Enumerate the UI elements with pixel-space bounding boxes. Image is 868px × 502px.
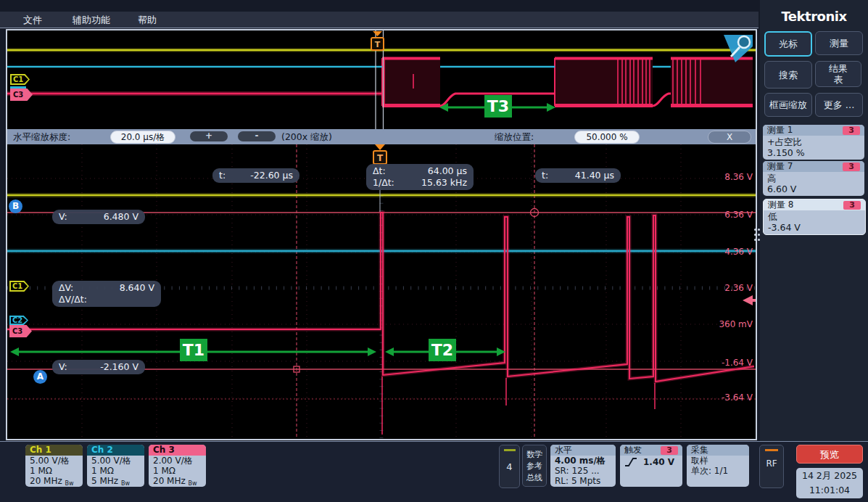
- more-button[interactable]: 更多 ...: [815, 93, 863, 117]
- zoom-position-value[interactable]: 50.000 %: [574, 131, 640, 144]
- cursor-delta-readout[interactable]: Δt: 64.00 µs 1/Δt: 15.63 kHz: [366, 164, 474, 190]
- zoom-in-button[interactable]: +: [190, 131, 228, 141]
- menu-bar: 文件 辅助功能 帮助: [0, 12, 759, 28]
- trigger-level: 1.40 V: [643, 457, 674, 467]
- overview-waveforms: T: [7, 30, 756, 129]
- cursor-b-time-readout[interactable]: t: 41.40 µs: [535, 168, 621, 183]
- measurement-value: 6.60 V: [767, 184, 860, 194]
- scale-label-4: 360 mV: [702, 319, 753, 329]
- preview-button[interactable]: 预览: [796, 445, 863, 464]
- scale-label-3: 2.36 V: [702, 283, 753, 293]
- cursors-button[interactable]: 光标: [764, 31, 812, 57]
- horizontal-scale: 4.00 ms/格: [555, 456, 611, 466]
- ch2-scale: 5.00 V/格: [91, 456, 140, 466]
- ch3-badge-card[interactable]: Ch 3 2.00 V/格 1 MΩ 20 MHz Bw: [149, 445, 206, 487]
- ch1-impedance: 1 MΩ: [30, 466, 78, 476]
- results-table-button[interactable]: 结果 表: [815, 61, 861, 87]
- waveform-display[interactable]: T C1 C3 T3 水平缩放标度: 20.0: [6, 29, 757, 440]
- measurement-value: 3.150 %: [767, 147, 860, 158]
- measurement-name: +占空比: [767, 136, 860, 147]
- panel-drag-handle[interactable]: [754, 229, 760, 247]
- menu-utility[interactable]: 辅助功能: [73, 14, 110, 27]
- menu-help[interactable]: 帮助: [138, 14, 157, 27]
- ch3-bandwidth: 20 MHz Bw: [153, 476, 202, 487]
- zoom-factor-label: (200x 缩放): [281, 131, 332, 144]
- zoom-scale-bar: 水平缩放标度: 20.0 µs/格 + - (200x 缩放) 缩放位置: 50…: [7, 129, 756, 144]
- trigger-level-arrow[interactable]: [743, 295, 756, 305]
- zoom-scale-label: 水平缩放标度:: [13, 131, 70, 144]
- scale-label-5: -1.64 V: [702, 358, 753, 368]
- rf-label: RF: [760, 458, 783, 469]
- oscilloscope-screen: 文件 辅助功能 帮助: [0, 0, 868, 502]
- measure-button[interactable]: 测量: [815, 31, 863, 55]
- time-label: 11:01:04: [796, 483, 863, 498]
- source-badge: 3: [843, 201, 861, 210]
- measurement-card-8[interactable]: 测量 8 3 低 -3.64 V: [763, 199, 866, 235]
- ch1-scale: 5.00 V/格: [30, 456, 78, 466]
- menu-file[interactable]: 文件: [23, 14, 42, 27]
- channel-color-tick: [504, 449, 516, 451]
- t3-marker-label: T3: [484, 95, 512, 118]
- ch3-scale: 2.00 V/格: [153, 456, 202, 466]
- zoom-close-button[interactable]: X: [708, 131, 751, 144]
- scale-label-1: 6.36 V: [702, 210, 753, 220]
- ch2-impedance: 1 MΩ: [91, 466, 140, 476]
- bottom-bar: Ch 1 5.00 V/格 1 MΩ 20 MHz Bw Ch 2 5.00 V…: [0, 441, 868, 502]
- acquisition-runs: 单次: 1/1: [691, 466, 745, 476]
- trigger-source-badge: 3: [661, 446, 678, 455]
- add-channel-label: 4: [500, 461, 519, 472]
- zoom-scale-value[interactable]: 20.0 µs/格: [110, 131, 175, 144]
- ch2-bandwidth: 5 MHz Bw: [91, 476, 140, 487]
- cursor-a-badge[interactable]: A: [33, 370, 47, 384]
- overview-ch2-collapsed-badge[interactable]: [10, 86, 26, 89]
- date-label: 14 2月 2025: [796, 469, 863, 483]
- add-channel-button[interactable]: 4: [499, 445, 520, 488]
- t2-marker-label: T2: [429, 339, 456, 361]
- measurement-name: 低: [768, 211, 861, 222]
- tektronix-logo: Tektronix: [760, 9, 868, 24]
- zoom-out-button[interactable]: -: [238, 131, 276, 141]
- zoom-position-label: 缩放位置:: [495, 131, 534, 144]
- scale-label-2: 4.36 V: [702, 247, 753, 257]
- ch2-badge-card[interactable]: Ch 2 5.00 V/格 1 MΩ 5 MHz Bw: [87, 445, 144, 487]
- rising-edge-icon: [624, 457, 637, 467]
- ch1-bandwidth: 20 MHz Bw: [30, 476, 78, 487]
- measurement-card-1[interactable]: 测量 1 3 +占空比 3.150 %: [763, 125, 864, 160]
- search-button[interactable]: 搜索: [764, 61, 812, 89]
- ch3-impedance: 1 MΩ: [153, 466, 202, 476]
- sidebar: Tektronix 光标 测量 搜索 结果 表 框画缩放 更多 ... 测量 1…: [760, 0, 868, 502]
- rf-button[interactable]: RF: [759, 445, 784, 488]
- math-ref-bus-button[interactable]: 数学 参考 总线: [522, 445, 547, 487]
- main-trigger-label: T: [377, 153, 384, 163]
- measurement-card-7[interactable]: 测量 7 3 高 6.60 V: [763, 161, 864, 196]
- zoom-pane[interactable]: T t: -22.60 µs Δt: 64.00 µs 1/Δt: 15.63 …: [7, 144, 756, 439]
- overview-trigger-marker[interactable]: T: [371, 31, 384, 50]
- cursor-a-time-readout[interactable]: t: -22.60 µs: [212, 168, 299, 183]
- measurement-value: -3.64 V: [768, 222, 861, 233]
- rf-color-tick: [765, 449, 778, 451]
- trigger-badge-card[interactable]: 触发 3 1.40 V: [620, 445, 682, 487]
- sample-rate: SR: 125 ...: [555, 466, 611, 476]
- overview-trigger-label: T: [375, 40, 381, 49]
- horizontal-badge-card[interactable]: 水平 4.00 ms/格 SR: 125 ... RL: 5 Mpts: [550, 445, 616, 487]
- cursor-a-volt-readout[interactable]: V: -2.160 V: [52, 360, 145, 374]
- scale-label-6: -3.64 V: [702, 392, 753, 403]
- measurement-name: 高: [767, 173, 860, 184]
- overview-pane[interactable]: T C1 C3 T3: [7, 30, 756, 129]
- acquisition-mode: 取样: [691, 456, 745, 466]
- t1-marker-label: T1: [180, 339, 207, 361]
- zoom-box-button[interactable]: 框画缩放: [764, 93, 812, 117]
- cursor-b-badge[interactable]: B: [9, 199, 22, 213]
- ch1-badge-card[interactable]: Ch 1 5.00 V/格 1 MΩ 20 MHz Bw: [25, 445, 83, 487]
- cursor-delta-v-readout[interactable]: ΔV: 8.640 V ΔV/Δt:: [52, 281, 161, 307]
- source-badge: 3: [843, 162, 860, 171]
- acquisition-badge-card[interactable]: 采集 取样 单次: 1/1: [687, 445, 749, 487]
- cursor-b-volt-readout[interactable]: V: 6.480 V: [52, 210, 145, 224]
- record-length: RL: 5 Mpts: [555, 476, 611, 486]
- datetime-display: 14 2月 2025 11:01:04: [796, 468, 863, 498]
- source-badge: 3: [843, 126, 860, 135]
- scale-label-0: 8.36 V: [702, 172, 753, 182]
